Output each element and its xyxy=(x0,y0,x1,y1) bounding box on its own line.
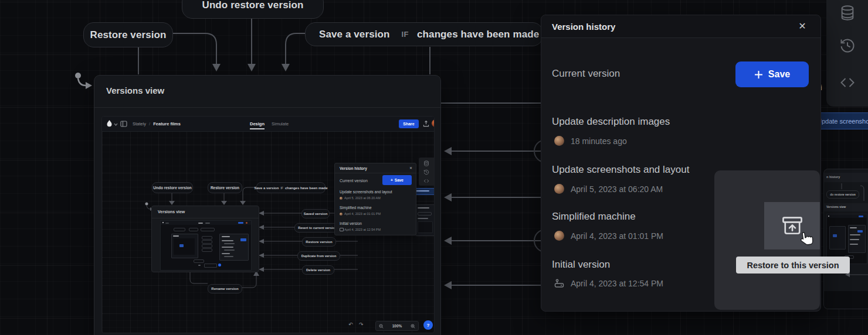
avatar xyxy=(554,184,564,194)
mini-current-version-label: Current version xyxy=(340,179,368,183)
avatar xyxy=(554,231,564,241)
node-restore-version[interactable]: Restore version xyxy=(83,22,173,47)
mini-toolbar xyxy=(419,158,434,186)
mini-event-delete-version: Delete version xyxy=(302,265,334,275)
machine-icon xyxy=(554,279,564,288)
fragment-band xyxy=(824,291,868,309)
guard-if-label: IF xyxy=(401,30,409,39)
version-entry-name: Update description images xyxy=(552,116,670,128)
version-entry-meta: April 4, 2023 at 12:54 PM xyxy=(554,279,663,288)
mini-event-duplicate-from-version: Duplicate from version xyxy=(297,251,340,261)
mini-entry-name: Update screenshots and layout xyxy=(340,190,392,194)
fragment-text: n history xyxy=(826,175,840,179)
history-icon xyxy=(423,169,429,175)
version-entry-name: Initial version xyxy=(552,259,610,271)
version-entry-time: 18 minutes ago xyxy=(571,136,627,146)
mini-controls: ↶ ↷ 100% ? xyxy=(348,320,434,332)
fragment-lines xyxy=(824,183,868,204)
plus-icon: + xyxy=(391,178,393,182)
version-entry-meta: April 4, 2023 at 01:01 PM xyxy=(554,231,663,241)
divider xyxy=(152,218,259,218)
mini-close-icon: ✕ xyxy=(409,166,412,170)
save-label: Save xyxy=(768,69,790,80)
mini-entry-name: Initial version xyxy=(340,221,362,225)
node-label: Undo restore version xyxy=(202,0,304,11)
version-entry-time: April 4, 2023 at 12:54 PM xyxy=(571,279,663,288)
database-icon xyxy=(423,160,429,166)
code-icon xyxy=(839,74,856,91)
guard-text: changes have been made xyxy=(417,29,539,40)
zoom-controls: 100% xyxy=(375,321,419,331)
right-toolbar xyxy=(826,0,868,107)
initial-state-arrow xyxy=(75,73,92,89)
save-version-button[interactable]: Save xyxy=(735,61,809,87)
zoom-level: 100% xyxy=(392,324,402,328)
cursor-pointer-icon xyxy=(798,230,815,247)
version-entry-meta: 18 minutes ago xyxy=(554,136,627,146)
mini-event-rename-version: Rename version xyxy=(208,284,242,293)
help-button: ? xyxy=(423,320,433,330)
mini-node-save-a-version: Save a version IF changes have been made xyxy=(256,182,326,193)
database-icon xyxy=(839,5,856,21)
mini-node-undo-restore-version: Undo restore version xyxy=(152,182,193,193)
mini-entry-time: April 4, 2023 at 12:54 PM xyxy=(344,228,381,231)
version-entry-meta: April 5, 2023 at 06:20 AM xyxy=(554,184,663,194)
mini-avatar xyxy=(340,197,343,200)
tooltip-label: Restore to this version xyxy=(747,261,839,270)
mini-panel-title: Version history xyxy=(340,166,367,170)
selected-node-update-screenshots[interactable]: Update screenshots and... xyxy=(815,112,868,129)
background-mini-screenshot: n history do restore version Versions vi… xyxy=(823,169,868,309)
node-save-a-version[interactable]: Save a version IF changes have been made xyxy=(305,22,543,46)
version-entry-name: Simplified machine xyxy=(552,211,636,223)
close-button[interactable]: ✕ xyxy=(796,20,809,33)
mini-entry-time: April 4, 2023 at 01:01 PM xyxy=(344,212,381,216)
mini-save-button: + Save xyxy=(382,175,412,185)
mini-machine-icon xyxy=(340,228,344,231)
mini-entry-time: April 5, 2023 at 06:20 AM xyxy=(344,196,381,200)
divider xyxy=(94,107,440,108)
state-title: Versions view xyxy=(106,86,164,95)
undo-icon: ↶ xyxy=(348,322,353,327)
version-history-button[interactable] xyxy=(839,37,856,54)
tooltip: Restore to this version xyxy=(736,257,850,274)
mini-version-history-panel: Version history ✕ Current version + Save… xyxy=(334,163,416,235)
current-version-label: Current version xyxy=(552,68,620,80)
fragment-text: Versions view xyxy=(826,205,846,208)
node-label: Restore version xyxy=(90,29,167,41)
version-entry-name: Update screenshots and layout xyxy=(552,164,689,176)
mini-event-revert-to-current-version: Revert to current version xyxy=(294,223,340,233)
embedded-screenshot: Stately / Feature films Design Simulate … xyxy=(101,116,435,333)
nested-screenshot-thumbnail xyxy=(160,220,252,271)
mini-event-restore-version: Restore version xyxy=(302,237,336,247)
close-icon: ✕ xyxy=(798,21,806,31)
version-entry-time: April 5, 2023 at 06:20 AM xyxy=(571,184,663,194)
version-entry-time: April 4, 2023 at 01:01 PM xyxy=(571,231,663,241)
avatar xyxy=(554,136,564,146)
node-label: Save a version xyxy=(319,29,389,40)
redo-icon: ↷ xyxy=(359,322,364,327)
divider xyxy=(335,173,416,173)
mini-node-restore-version: Restore version xyxy=(208,182,242,193)
plus-icon xyxy=(754,70,763,79)
zoom-out-icon xyxy=(379,324,384,329)
mini-avatar xyxy=(340,213,343,216)
state-versions-view[interactable]: Versions view Stately / Feature films xyxy=(94,75,441,335)
stately-editor-canvas: Undo restore version Restore version Sav… xyxy=(0,0,868,335)
node-undo-restore-version[interactable]: Undo restore version xyxy=(182,0,324,19)
data-sources-button[interactable] xyxy=(839,5,856,21)
panel-header: Version history ✕ xyxy=(541,15,820,38)
history-icon xyxy=(839,37,856,54)
mini-state-versions-view: Versions view xyxy=(151,206,259,272)
code-icon xyxy=(423,178,429,184)
mini-event-saved-version: Saved version xyxy=(301,209,330,218)
panel-title: Version history xyxy=(552,22,615,32)
zoom-in-icon xyxy=(411,324,415,329)
mini-entry-name: Simplified machine xyxy=(340,206,372,210)
mini-state-title: Versions view xyxy=(158,210,185,214)
code-button[interactable] xyxy=(839,74,856,91)
